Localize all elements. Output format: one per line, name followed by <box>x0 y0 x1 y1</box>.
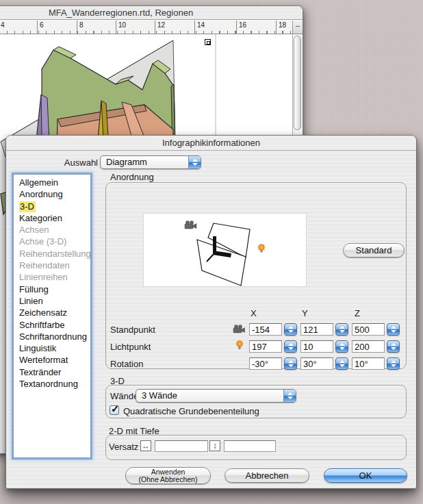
ruler-collapse-button[interactable]: – <box>292 21 303 34</box>
sidebar-item-anordnung[interactable]: Anordnung <box>14 188 90 200</box>
sidebar-item-allgemein[interactable]: Allgemein <box>14 177 90 188</box>
horizontal-offset-icon: ↔ <box>140 440 151 451</box>
rotation-x-field[interactable] <box>249 357 282 370</box>
grundebenenteilung-checkbox-label: Quadratische Grundebenenteilung <box>123 406 259 416</box>
document-window-title: MFA_Wanderregionen.rtd, Regionen <box>49 8 193 18</box>
standpunkt-x-stepper[interactable] <box>284 323 297 336</box>
standpunkt-label: Standpunkt <box>110 325 155 335</box>
lichtpunkt-x-stepper[interactable] <box>284 340 297 353</box>
vertical-offset-icon: ↕ <box>209 440 220 451</box>
versatz-label: Versatz <box>109 442 138 452</box>
rotation-z-stepper[interactable] <box>387 357 400 370</box>
bulb-icon <box>235 340 244 351</box>
waende-label: Wände <box>110 391 138 401</box>
ruler-tick: 16 <box>236 21 246 34</box>
rotation-z-field[interactable] <box>352 357 385 370</box>
sidebar-item-3-d[interactable]: 3-D <box>14 201 90 212</box>
rotation-x-stepper[interactable] <box>284 357 297 370</box>
versatz-horizontal-field[interactable] <box>155 440 208 452</box>
apply-button[interactable]: Anwenden (Ohne Abbrechen) <box>125 467 211 484</box>
sidebar-item-textraender[interactable]: Textränder <box>14 366 90 378</box>
selection-popup-value: Diagramm <box>101 156 188 168</box>
ruler-tick: 14 <box>194 21 205 34</box>
sidebar-item-textanordnung[interactable]: Textanordnung <box>14 378 90 390</box>
checkmark-icon: ✓ <box>111 403 120 415</box>
sidebar-item-fuellung[interactable]: Füllung <box>14 284 90 295</box>
cancel-button[interactable]: Abbrechen <box>225 468 309 483</box>
lichtpunkt-y-field[interactable] <box>300 340 333 353</box>
lichtpunkt-z-field[interactable] <box>352 340 385 353</box>
ruler-tick: 6 <box>37 21 44 34</box>
sidebar-item-kategorien[interactable]: Kategorien <box>14 212 90 224</box>
ruler-minor-ticks <box>0 31 292 34</box>
document-window-titlebar[interactable]: MFA_Wanderregionen.rtd, Regionen <box>0 6 303 20</box>
camera-icon <box>185 220 196 229</box>
grundebenenteilung-checkbox[interactable]: ✓ <box>110 405 119 415</box>
scrollbar-thumb[interactable] <box>294 36 301 130</box>
waende-popup-value: 3 Wände <box>136 390 283 402</box>
infographic-info-dialog: Infographikinformationen Auswahl Diagram… <box>5 135 417 489</box>
rotation-label: Rotation <box>110 359 143 369</box>
sidebar-item-linien[interactable]: Linien <box>14 295 90 307</box>
selector-label: Auswahl <box>61 158 98 168</box>
3d-arrangement-preview <box>143 213 307 287</box>
lichtpunkt-label: Lichtpunkt <box>110 342 151 352</box>
sidebar-item-linienreihen: Linienreihen <box>14 271 90 283</box>
ruler-tick: 12 <box>155 21 165 34</box>
standpunkt-z-stepper[interactable] <box>387 323 400 336</box>
ok-button[interactable]: OK <box>324 468 407 483</box>
sidebar-item-werteformat[interactable]: Werteformat <box>14 354 90 366</box>
lichtpunkt-z-stepper[interactable] <box>387 340 400 353</box>
rotation-y-stepper[interactable] <box>335 357 348 370</box>
anordnung-group-label: Anordnung <box>110 172 154 182</box>
anchor-target-icon[interactable] <box>205 39 211 45</box>
standpunkt-y-stepper[interactable] <box>335 323 348 336</box>
standpunkt-x-field[interactable] <box>249 323 282 336</box>
sidebar-item-linguistik[interactable]: Linguistik <box>14 342 90 354</box>
lichtpunkt-x-field[interactable] <box>249 340 282 353</box>
versatz-vertical-field[interactable] <box>224 440 276 452</box>
ruler-tick: 4 <box>0 21 5 34</box>
sidebar-item-reihendaten: Reihendaten <box>14 260 90 271</box>
selection-popup[interactable]: Diagramm <box>100 155 201 169</box>
waende-popup[interactable]: 3 Wände <box>136 389 296 403</box>
bulb-icon <box>257 244 266 253</box>
popup-arrows-icon <box>283 390 296 402</box>
column-header-x: X <box>251 308 257 318</box>
standpunkt-z-field[interactable] <box>352 323 385 336</box>
ruler-tick: 10 <box>116 21 126 34</box>
rotation-y-field[interactable] <box>300 357 333 370</box>
sidebar-item-reihendarstellung: Reihendarstellung <box>14 248 90 260</box>
popup-arrows-icon <box>188 156 201 168</box>
sidebar-item-achsen: Achsen <box>14 224 90 236</box>
ruler-tick: 8 <box>77 21 84 34</box>
dialog-title: Infographikinformationen <box>162 138 260 148</box>
ruler-tick: 18 <box>276 21 286 34</box>
standard-button[interactable]: Standard <box>343 243 405 257</box>
sidebar-item-schriftanordnung[interactable]: Schriftanordnung <box>14 331 90 342</box>
lichtpunkt-y-stepper[interactable] <box>335 340 348 353</box>
horizontal-ruler: 4 6 8 10 12 14 16 18 – <box>0 21 303 34</box>
camera-icon <box>233 324 245 333</box>
sidebar-item-achse-3d: Achse (3-D) <box>14 236 90 247</box>
column-header-z: Z <box>355 308 360 318</box>
column-header-y: Y <box>302 308 308 318</box>
category-list[interactable]: Allgemein Anordnung 3-D Kategorien Achse… <box>13 174 91 458</box>
dialog-titlebar[interactable]: Infographikinformationen <box>6 136 416 151</box>
standpunkt-y-field[interactable] <box>300 323 333 336</box>
sidebar-item-schriftfarbe[interactable]: Schriftfarbe <box>14 319 90 331</box>
sidebar-item-zeichensatz[interactable]: Zeichensatz <box>14 307 90 318</box>
